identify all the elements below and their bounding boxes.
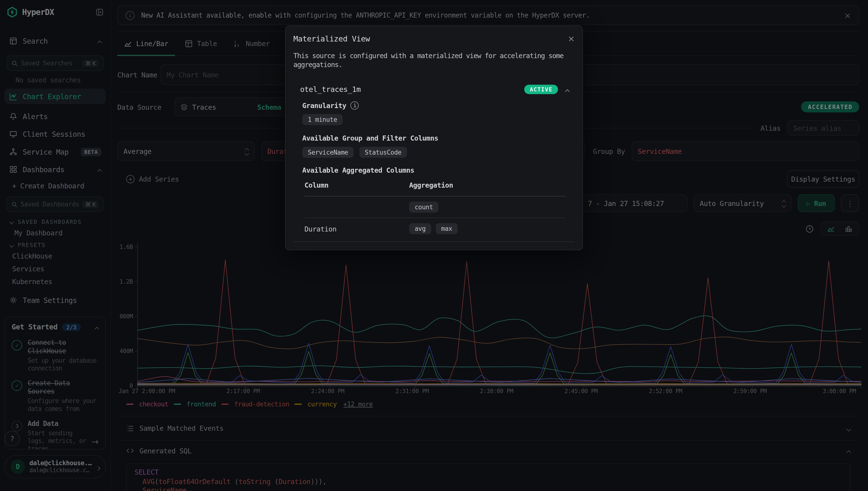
column-chip: StatusCode (359, 147, 407, 158)
aggregation-chip: count (409, 202, 439, 213)
chevron-up-icon[interactable] (566, 84, 569, 94)
aggregation-chip: avg (409, 223, 431, 234)
column-chip: ServiceName (302, 147, 354, 158)
view-header[interactable]: otel_traces_1m ACTIVE (293, 84, 575, 95)
app-root: HyperDX Search Saved Searches ⌘ K No sav… (0, 0, 868, 491)
modal-title: Materialized View (293, 34, 370, 43)
view-name: otel_traces_1m (300, 85, 361, 93)
modal-close-icon[interactable]: × (568, 34, 575, 44)
table-row: count (304, 197, 566, 218)
modal-description: This source is configured with a materia… (293, 52, 575, 69)
active-badge: ACTIVE (524, 84, 558, 94)
materialized-view-modal: Materialized View × This source is confi… (285, 26, 583, 250)
aggregation-header: Aggregation (409, 181, 566, 189)
aggregated-columns-table: Column Aggregation count Duration avgmax (304, 181, 566, 239)
table-row: Duration avgmax (304, 218, 566, 239)
aggregated-heading: Available Aggregated Columns (302, 166, 575, 174)
column-header: Column (304, 181, 329, 189)
group-filter-heading: Available Group and Filter Columns (302, 134, 575, 142)
granularity-value-chip: 1 minute (302, 114, 575, 125)
granularity-label: Granularity i (302, 101, 575, 110)
info-icon: i (351, 101, 359, 110)
aggregation-chip: max (436, 223, 458, 234)
group-filter-chips: ServiceName StatusCode (302, 147, 575, 158)
